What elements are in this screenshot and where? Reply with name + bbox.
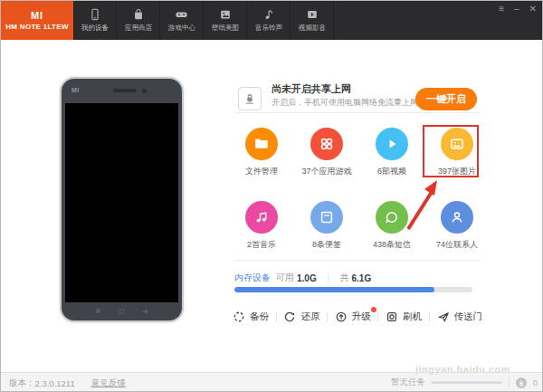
tab-label: 视频影音 bbox=[298, 23, 325, 32]
storage-pipe: ｜ bbox=[324, 272, 333, 284]
feedback-link[interactable]: 意见反馈 bbox=[91, 378, 126, 389]
grid-item-label: 37个应用游戏 bbox=[301, 166, 351, 177]
divider bbox=[234, 260, 481, 261]
picture-icon bbox=[219, 8, 232, 21]
phone-nav-buttons bbox=[62, 309, 182, 314]
video-icon bbox=[306, 8, 319, 21]
grid-item-notes[interactable]: 8条便签 bbox=[294, 199, 359, 251]
tab-label: 音乐铃声 bbox=[254, 23, 281, 32]
download-tasks-icon[interactable] bbox=[516, 378, 527, 388]
folder-icon bbox=[245, 128, 278, 160]
window-controls: ≡ – ✕ bbox=[499, 5, 537, 14]
tab-app-store[interactable]: 应用商店 bbox=[117, 1, 160, 40]
task-progress-line bbox=[432, 381, 502, 384]
action-separator bbox=[327, 312, 328, 322]
upgrade-badge-dot bbox=[371, 307, 376, 312]
minimize-button[interactable]: – bbox=[514, 5, 519, 14]
usb-plug-icon bbox=[238, 87, 262, 110]
no-task-label: 暂无任务 bbox=[391, 377, 425, 388]
version-value: 2.3.0.1211 bbox=[35, 378, 75, 388]
tab-wallpapers[interactable]: 壁纸美图 bbox=[204, 1, 247, 40]
status-separator bbox=[509, 378, 510, 387]
device-name: HM NOTE 1LTEW bbox=[5, 23, 69, 31]
tab-music-ringtones[interactable]: 音乐铃声 bbox=[247, 1, 291, 40]
close-button[interactable]: ✕ bbox=[529, 5, 537, 14]
share-internet-subtitle: 开启后，手机可使用电脑网络免流量上网 bbox=[272, 97, 418, 109]
storage-info: 内存设备 可用 1.0G ｜ 共 6.1G bbox=[234, 272, 371, 284]
portal-icon bbox=[437, 311, 450, 323]
flash-button[interactable]: 刷机 bbox=[386, 311, 422, 323]
tab-video[interactable]: 视频影音 bbox=[291, 1, 334, 40]
storage-name: 内存设备 bbox=[234, 272, 271, 284]
task-list-icon[interactable]: ≡ bbox=[499, 5, 504, 14]
nav-tabs: 我的设备 应用商店 游戏中心 壁纸美图 bbox=[73, 1, 334, 40]
backup-icon bbox=[233, 311, 245, 323]
note-icon bbox=[310, 201, 343, 234]
upgrade-button[interactable]: 升级 bbox=[335, 311, 371, 323]
storage-total-value: 6.1G bbox=[351, 273, 371, 283]
grid-item-music[interactable]: 2首音乐 bbox=[229, 199, 294, 251]
action-row: 备份 还原 升级 刷机 传送门 bbox=[233, 309, 482, 325]
mi-pc-suite-window: MI HM NOTE 1LTEW 我的设备 应用商店 游戏中心 bbox=[0, 0, 543, 392]
grid-item-file-manager[interactable]: 文件管理 bbox=[229, 126, 294, 177]
restore-button[interactable]: 还原 bbox=[283, 311, 319, 323]
phone-screen bbox=[65, 103, 178, 302]
grid-item-label: 文件管理 bbox=[245, 166, 278, 177]
apps-icon bbox=[310, 128, 343, 160]
music-icon bbox=[245, 201, 278, 234]
status-right: 暂无任务 0 bbox=[391, 377, 538, 388]
highlight-box-pictures bbox=[423, 125, 479, 177]
grid-item-apps-games[interactable]: 37个应用游戏 bbox=[294, 126, 359, 177]
task-count: 0 bbox=[533, 378, 538, 387]
grid-item-label: 438条短信 bbox=[373, 239, 411, 251]
share-internet-title: 尚未开启共享上网 bbox=[272, 82, 351, 96]
music-note-icon bbox=[262, 8, 275, 21]
action-label: 刷机 bbox=[403, 311, 422, 323]
storage-total-label: 共 bbox=[339, 272, 348, 284]
one-key-enable-button[interactable]: 一键开启 bbox=[415, 88, 477, 110]
shopping-bag-icon bbox=[132, 8, 145, 21]
status-left: 版本： 2.3.0.1211 意见反馈 bbox=[9, 378, 126, 389]
action-label: 传送门 bbox=[454, 311, 483, 323]
tab-label: 壁纸美图 bbox=[211, 23, 238, 32]
portal-button[interactable]: 传送门 bbox=[437, 311, 483, 323]
tab-label: 应用商店 bbox=[124, 23, 151, 32]
grid-item-label: 8条便签 bbox=[312, 239, 341, 251]
tab-label: 我的设备 bbox=[81, 23, 109, 32]
action-label: 还原 bbox=[300, 311, 319, 323]
storage-progress-fill bbox=[234, 287, 434, 292]
play-icon bbox=[376, 128, 408, 160]
action-separator bbox=[276, 312, 277, 322]
phone-home-key bbox=[119, 309, 124, 314]
grid-item-label: 74位联系人 bbox=[436, 239, 478, 251]
grid-item-label: 2首音乐 bbox=[247, 239, 276, 251]
mi-logo: MI bbox=[31, 10, 43, 21]
storage-available-label: 可用 bbox=[276, 272, 294, 284]
tab-game-center[interactable]: 游戏中心 bbox=[160, 1, 204, 40]
header-bar: MI HM NOTE 1LTEW 我的设备 应用商店 游戏中心 bbox=[1, 1, 543, 40]
phone-menu-key bbox=[96, 309, 100, 313]
flash-icon bbox=[386, 311, 398, 323]
annotation-arrow bbox=[388, 175, 446, 236]
action-label: 升级 bbox=[352, 311, 371, 323]
storage-progress-bar bbox=[234, 287, 472, 292]
gamepad-icon bbox=[175, 8, 188, 21]
tab-label: 游戏中心 bbox=[167, 23, 195, 32]
version-label: 版本： bbox=[9, 378, 35, 389]
storage-available-value: 1.0G bbox=[297, 273, 317, 283]
phone-back-key bbox=[143, 309, 148, 314]
upgrade-icon bbox=[335, 311, 348, 323]
tab-my-device[interactable]: 我的设备 bbox=[73, 1, 117, 40]
restore-icon bbox=[283, 311, 296, 323]
phone-mi-logo: MI bbox=[71, 87, 80, 93]
phone-camera bbox=[142, 89, 147, 93]
action-separator bbox=[377, 312, 378, 322]
phone-speaker bbox=[113, 89, 137, 92]
status-bar: 版本： 2.3.0.1211 意见反馈 暂无任务 0 bbox=[1, 372, 543, 391]
action-separator bbox=[429, 312, 430, 322]
device-brand-block[interactable]: MI HM NOTE 1LTEW bbox=[1, 1, 73, 40]
backup-button[interactable]: 备份 bbox=[233, 311, 269, 323]
grid-item-videos[interactable]: 6部视频 bbox=[359, 126, 424, 177]
phone-mockup: MI bbox=[60, 77, 184, 322]
divider bbox=[234, 112, 481, 113]
